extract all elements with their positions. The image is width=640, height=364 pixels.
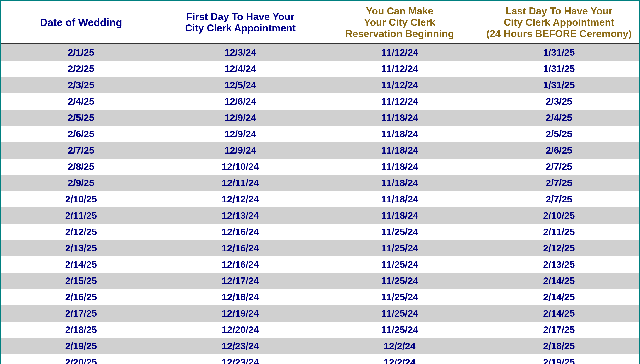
table-row: 2/12/2512/16/2411/25/242/11/25 <box>1 224 639 240</box>
cell-reservation-12: 11/25/24 <box>320 240 479 256</box>
cell-wedding-4: 2/5/25 <box>1 110 161 126</box>
cell-wedding-19: 2/20/25 <box>1 354 161 364</box>
table-row: 2/2/2512/4/2411/12/241/31/25 <box>1 61 639 77</box>
main-table-container: Date of Wedding First Day To Have Your C… <box>0 0 640 364</box>
cell-reservation-19: 12/2/24 <box>320 354 479 364</box>
cell-wedding-1: 2/2/25 <box>1 61 161 77</box>
cell-firstDay-11: 12/16/24 <box>161 224 320 240</box>
cell-lastDay-12: 2/12/25 <box>479 240 639 256</box>
cell-firstDay-17: 12/20/24 <box>161 322 320 338</box>
table-row: 2/7/2512/9/2411/18/242/6/25 <box>1 142 639 158</box>
wedding-schedule-table: Date of Wedding First Day To Have Your C… <box>1 1 639 364</box>
cell-firstDay-15: 12/18/24 <box>161 289 320 305</box>
cell-reservation-1: 11/12/24 <box>320 61 479 77</box>
cell-reservation-14: 11/25/24 <box>320 273 479 289</box>
cell-reservation-8: 11/18/24 <box>320 175 479 191</box>
cell-firstDay-9: 12/12/24 <box>161 191 320 208</box>
cell-wedding-9: 2/10/25 <box>1 191 161 208</box>
header-first-day: First Day To Have Your City Clerk Appoin… <box>161 1 320 44</box>
cell-firstDay-6: 12/9/24 <box>161 142 320 158</box>
cell-reservation-15: 11/25/24 <box>320 289 479 305</box>
cell-wedding-5: 2/6/25 <box>1 126 161 142</box>
cell-reservation-5: 11/18/24 <box>320 126 479 142</box>
table-row: 2/8/2512/10/2411/18/242/7/25 <box>1 158 639 175</box>
cell-lastDay-19: 2/19/25 <box>479 354 639 364</box>
cell-firstDay-5: 12/9/24 <box>161 126 320 142</box>
cell-lastDay-2: 1/31/25 <box>479 77 639 93</box>
table-row: 2/10/2512/12/2411/18/242/7/25 <box>1 191 639 208</box>
cell-reservation-10: 11/18/24 <box>320 208 479 224</box>
cell-lastDay-17: 2/17/25 <box>479 322 639 338</box>
cell-lastDay-18: 2/18/25 <box>479 338 639 354</box>
table-row: 2/20/2512/23/2412/2/242/19/25 <box>1 354 639 364</box>
cell-wedding-0: 2/1/25 <box>1 44 161 61</box>
cell-reservation-9: 11/18/24 <box>320 191 479 208</box>
cell-reservation-0: 11/12/24 <box>320 44 479 61</box>
cell-lastDay-8: 2/7/25 <box>479 175 639 191</box>
cell-reservation-17: 11/25/24 <box>320 322 479 338</box>
table-row: 2/3/2512/5/2411/12/241/31/25 <box>1 77 639 93</box>
cell-firstDay-7: 12/10/24 <box>161 158 320 175</box>
cell-wedding-18: 2/19/25 <box>1 338 161 354</box>
table-row: 2/13/2512/16/2411/25/242/12/25 <box>1 240 639 256</box>
cell-lastDay-3: 2/3/25 <box>479 93 639 110</box>
table-row: 2/9/2512/11/2411/18/242/7/25 <box>1 175 639 191</box>
cell-firstDay-13: 12/16/24 <box>161 256 320 273</box>
cell-lastDay-10: 2/10/25 <box>479 208 639 224</box>
cell-firstDay-16: 12/19/24 <box>161 305 320 322</box>
cell-reservation-3: 11/12/24 <box>320 93 479 110</box>
cell-lastDay-13: 2/13/25 <box>479 256 639 273</box>
cell-wedding-17: 2/18/25 <box>1 322 161 338</box>
cell-lastDay-7: 2/7/25 <box>479 158 639 175</box>
cell-wedding-15: 2/16/25 <box>1 289 161 305</box>
cell-reservation-16: 11/25/24 <box>320 305 479 322</box>
cell-lastDay-14: 2/14/25 <box>479 273 639 289</box>
table-body: 2/1/2512/3/2411/12/241/31/252/2/2512/4/2… <box>1 44 639 364</box>
cell-wedding-3: 2/4/25 <box>1 93 161 110</box>
cell-wedding-11: 2/12/25 <box>1 224 161 240</box>
cell-lastDay-16: 2/14/25 <box>479 305 639 322</box>
cell-lastDay-1: 1/31/25 <box>479 61 639 77</box>
header-reservation: You Can Make Your City Clerk Reservation… <box>320 1 479 44</box>
cell-firstDay-0: 12/3/24 <box>161 44 320 61</box>
cell-firstDay-10: 12/13/24 <box>161 208 320 224</box>
table-row: 2/17/2512/19/2411/25/242/14/25 <box>1 305 639 322</box>
cell-lastDay-15: 2/14/25 <box>479 289 639 305</box>
cell-firstDay-8: 12/11/24 <box>161 175 320 191</box>
cell-reservation-2: 11/12/24 <box>320 77 479 93</box>
cell-lastDay-5: 2/5/25 <box>479 126 639 142</box>
cell-firstDay-18: 12/23/24 <box>161 338 320 354</box>
cell-firstDay-1: 12/4/24 <box>161 61 320 77</box>
table-row: 2/6/2512/9/2411/18/242/5/25 <box>1 126 639 142</box>
header-last-day: Last Day To Have Your City Clerk Appoint… <box>479 1 639 44</box>
cell-wedding-13: 2/14/25 <box>1 256 161 273</box>
cell-wedding-10: 2/11/25 <box>1 208 161 224</box>
cell-firstDay-19: 12/23/24 <box>161 354 320 364</box>
table-row: 2/5/2512/9/2411/18/242/4/25 <box>1 110 639 126</box>
cell-lastDay-11: 2/11/25 <box>479 224 639 240</box>
table-row: 2/1/2512/3/2411/12/241/31/25 <box>1 44 639 61</box>
cell-lastDay-4: 2/4/25 <box>479 110 639 126</box>
cell-reservation-11: 11/25/24 <box>320 224 479 240</box>
cell-reservation-6: 11/18/24 <box>320 142 479 158</box>
cell-lastDay-9: 2/7/25 <box>479 191 639 208</box>
cell-wedding-12: 2/13/25 <box>1 240 161 256</box>
table-row: 2/18/2512/20/2411/25/242/17/25 <box>1 322 639 338</box>
table-row: 2/11/2512/13/2411/18/242/10/25 <box>1 208 639 224</box>
cell-wedding-16: 2/17/25 <box>1 305 161 322</box>
cell-wedding-2: 2/3/25 <box>1 77 161 93</box>
cell-firstDay-2: 12/5/24 <box>161 77 320 93</box>
cell-wedding-6: 2/7/25 <box>1 142 161 158</box>
cell-wedding-7: 2/8/25 <box>1 158 161 175</box>
cell-reservation-13: 11/25/24 <box>320 256 479 273</box>
table-row: 2/14/2512/16/2411/25/242/13/25 <box>1 256 639 273</box>
cell-wedding-8: 2/9/25 <box>1 175 161 191</box>
cell-reservation-4: 11/18/24 <box>320 110 479 126</box>
header-date-of-wedding: Date of Wedding <box>1 1 161 44</box>
table-row: 2/15/2512/17/2411/25/242/14/25 <box>1 273 639 289</box>
cell-firstDay-14: 12/17/24 <box>161 273 320 289</box>
table-row: 2/16/2512/18/2411/25/242/14/25 <box>1 289 639 305</box>
header-row: Date of Wedding First Day To Have Your C… <box>1 1 639 44</box>
cell-firstDay-4: 12/9/24 <box>161 110 320 126</box>
cell-lastDay-6: 2/6/25 <box>479 142 639 158</box>
